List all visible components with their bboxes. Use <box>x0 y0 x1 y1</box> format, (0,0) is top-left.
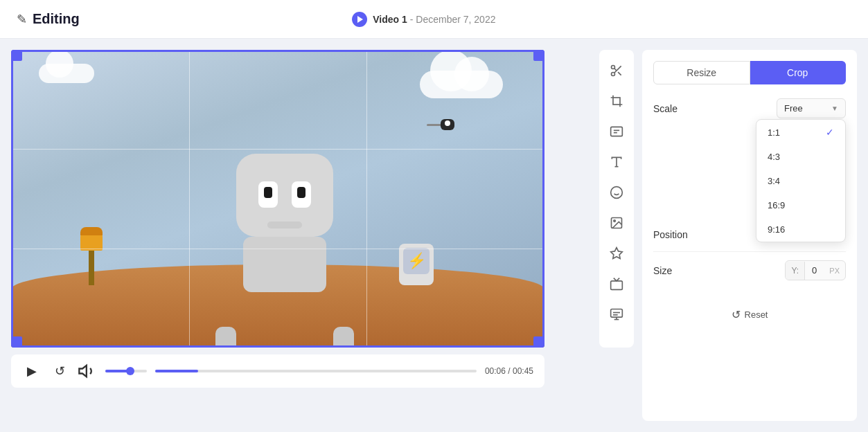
scale-row: Scale Free ▼ <box>653 98 846 118</box>
scale-dropdown[interactable]: Free ▼ <box>777 98 846 118</box>
tab-resize[interactable]: Resize <box>653 61 750 84</box>
video-clip-icon <box>610 277 623 291</box>
scissors-icon <box>610 64 623 78</box>
svg-point-12 <box>611 187 623 199</box>
robot-pupil-right <box>297 187 305 198</box>
progress-track[interactable] <box>155 370 477 372</box>
tab-crop[interactable]: Crop <box>750 61 847 84</box>
text-button[interactable] <box>604 150 629 174</box>
replay-button[interactable]: ↺ <box>50 361 69 381</box>
svg-point-1 <box>612 66 615 69</box>
robot <box>236 154 333 292</box>
page-title: Editing <box>33 11 80 27</box>
scale-label: Scale <box>653 103 677 114</box>
caption-icon <box>610 125 623 138</box>
mailbox-box <box>80 234 103 251</box>
robot-eye-left <box>258 181 278 208</box>
svg-rect-6 <box>613 98 620 105</box>
video-area: ⚡ <box>11 50 591 421</box>
device-screen: ⚡ <box>403 248 429 274</box>
right-panel: Resize Crop Scale Free ▼ 1:1 ✓ 4:3 3:4 <box>642 50 857 421</box>
subtitle-button[interactable] <box>604 302 629 327</box>
svg-line-4 <box>618 72 621 75</box>
video-clip-button[interactable] <box>604 271 629 296</box>
header-left: ✎ Editing <box>17 11 80 27</box>
emoji-icon <box>610 186 623 199</box>
header-center: Video 1 - December 7, 2022 <box>352 12 495 27</box>
robot-pupil-left <box>264 187 272 198</box>
reset-label: Reset <box>745 309 768 320</box>
robot-head <box>236 154 333 237</box>
controls-bar: ▶ ↺ 00:06 / 00:45 <box>11 354 544 388</box>
y-field-unit: PX <box>824 262 845 279</box>
right-toolbar <box>599 50 634 348</box>
svg-marker-17 <box>611 248 623 259</box>
robot-eye-right <box>292 181 311 208</box>
drone <box>434 119 461 140</box>
progress-fill <box>155 370 198 372</box>
y-field-value[interactable]: 0 <box>805 261 824 280</box>
check-icon: ✓ <box>826 127 834 138</box>
reset-button[interactable]: ↺ Reset <box>653 308 846 321</box>
text-icon <box>610 155 623 169</box>
drone-body <box>441 119 454 130</box>
robot-arm-right <box>333 327 354 348</box>
robot-body-wrapper <box>236 237 333 292</box>
position-label: Position <box>653 229 688 240</box>
svg-line-5 <box>614 69 617 71</box>
dropdown-item-3x4[interactable]: 3:4 <box>756 169 845 193</box>
star-button[interactable] <box>604 241 629 266</box>
svg-point-16 <box>614 220 616 222</box>
edit-icon: ✎ <box>17 12 27 27</box>
play-button[interactable]: ▶ <box>22 361 42 381</box>
crop-tool-button[interactable] <box>604 89 629 114</box>
scissors-button[interactable] <box>604 58 629 83</box>
video-info: Video 1 - December 7, 2022 <box>373 14 495 25</box>
video-play-dot <box>352 12 367 27</box>
svg-rect-18 <box>611 281 623 290</box>
dropdown-item-1x1[interactable]: 1:1 ✓ <box>756 120 845 145</box>
volume-slider[interactable] <box>105 370 147 372</box>
y-field: Y: 0 PX <box>785 260 846 280</box>
scale-value: Free <box>784 103 803 114</box>
divider-1 <box>653 251 846 252</box>
lightning-icon: ⚡ <box>407 252 426 270</box>
dropdown-item-9x16[interactable]: 9:16 <box>756 217 845 242</box>
mailbox <box>80 234 103 285</box>
cloud-2 <box>39 64 94 83</box>
reset-icon: ↺ <box>732 308 741 321</box>
dropdown-item-16x9[interactable]: 16:9 <box>756 193 845 217</box>
subtitle-icon <box>610 307 623 321</box>
emoji-button[interactable] <box>604 180 629 205</box>
svg-rect-7 <box>611 127 623 136</box>
video-background: ⚡ <box>11 50 544 348</box>
volume-thumb <box>126 367 134 375</box>
time-display: 00:06 / 00:45 <box>485 366 533 376</box>
robot-arm-left <box>215 327 236 348</box>
svg-marker-0 <box>79 366 87 377</box>
cloud-1 <box>420 71 503 98</box>
size-row: Size Y: 0 PX <box>653 260 846 280</box>
chevron-down-icon: ▼ <box>831 105 838 112</box>
video-container[interactable]: ⚡ <box>11 50 544 348</box>
svg-point-2 <box>612 73 615 76</box>
scale-dropdown-list: 1:1 ✓ 4:3 3:4 16:9 9:16 <box>756 119 846 242</box>
panel-tabs: Resize Crop <box>653 61 846 84</box>
volume-button[interactable] <box>78 361 97 381</box>
robot-body <box>243 237 326 292</box>
mailbox-post <box>89 251 94 285</box>
image-button[interactable] <box>604 210 629 235</box>
main-area: ⚡ <box>0 39 868 432</box>
caption-button[interactable] <box>604 119 629 144</box>
star-icon <box>610 246 623 260</box>
size-inputs: Y: 0 PX <box>785 260 846 280</box>
lightning-device: ⚡ <box>399 244 434 285</box>
robot-mouth <box>267 222 302 228</box>
size-label: Size <box>653 265 672 276</box>
volume-icon <box>78 361 97 381</box>
dropdown-item-4x3[interactable]: 4:3 <box>756 145 845 169</box>
crop-tool-icon <box>610 94 623 108</box>
image-icon <box>610 216 623 230</box>
y-field-label: Y: <box>786 262 805 280</box>
header: ✎ Editing Video 1 - December 7, 2022 <box>0 0 868 39</box>
